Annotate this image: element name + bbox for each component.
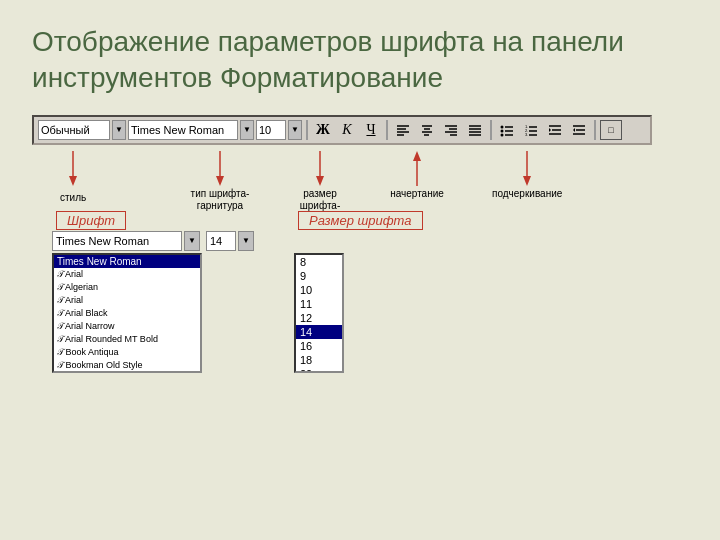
page-title: Отображение параметров шрифта на панели … (32, 24, 688, 97)
svg-marker-34 (573, 128, 575, 132)
italic-button[interactable]: К (336, 120, 358, 140)
svg-point-16 (501, 125, 504, 128)
underline-label: Ч (366, 122, 375, 138)
numbered-list-icon: 1.2.3. (524, 123, 538, 137)
font-list-item[interactable]: 𝒯 Arial (54, 294, 200, 307)
slide: Отображение параметров шрифта на панели … (0, 0, 720, 540)
size-list-item[interactable]: 8 (296, 255, 342, 269)
font-arrow-icon (210, 151, 230, 186)
formatting-toolbar: Обычный ▼ Times New Roman ▼ 10 ▼ Ж К Ч (32, 115, 652, 145)
divider-4 (594, 120, 596, 140)
size-list-item[interactable]: 14 (296, 325, 342, 339)
svg-marker-39 (216, 176, 224, 186)
style-annotation: стиль (60, 151, 86, 203)
bold-label: Ж (316, 122, 330, 138)
font-select[interactable]: Times New Roman (128, 120, 238, 140)
increase-indent-icon (572, 123, 586, 137)
svg-point-20 (501, 133, 504, 136)
style-dropdown-arrow[interactable]: ▼ (112, 120, 126, 140)
size-dialog-spacer (294, 231, 344, 253)
font-list[interactable]: Times New Roman 𝒯 Arial 𝒯 Algerian 𝒯 Ari… (52, 253, 202, 373)
size-select[interactable]: 10 (256, 120, 286, 140)
font-input-row: ▼ ▼ (52, 231, 254, 251)
font-list-item[interactable]: 𝒯 Bookman Old Style (54, 359, 200, 372)
bullet-list-icon (500, 123, 514, 137)
size-list-item[interactable]: 9 (296, 269, 342, 283)
size-list-item[interactable]: 16 (296, 339, 342, 353)
decrease-indent-button[interactable] (544, 120, 566, 140)
font-list-item[interactable]: 𝒯 Arial (54, 268, 200, 281)
svg-marker-45 (523, 176, 531, 186)
numbered-list-button[interactable]: 1.2.3. (520, 120, 542, 140)
svg-marker-30 (549, 128, 551, 132)
format-arrow-icon (407, 151, 427, 186)
style-arrow-icon (63, 151, 83, 186)
font-dropdown-arrow[interactable]: ▼ (240, 120, 254, 140)
align-justify-button[interactable] (464, 120, 486, 140)
decrease-indent-icon (548, 123, 562, 137)
align-right-icon (444, 123, 458, 137)
size-value: 10 (259, 124, 271, 136)
divider-1 (306, 120, 308, 140)
align-center-icon (420, 123, 434, 137)
size-dialog-label: Размер шрифта (298, 211, 423, 230)
size-arrow-icon (310, 151, 330, 186)
underline-label: подчеркивание (492, 188, 562, 200)
align-center-button[interactable] (416, 120, 438, 140)
svg-text:3.: 3. (525, 132, 528, 137)
font-list-item[interactable]: 𝒯 Algerian (54, 281, 200, 294)
font-list-item[interactable]: Times New Roman (54, 255, 200, 268)
font-name-dropdown[interactable]: ▼ (184, 231, 200, 251)
font-name-input[interactable] (52, 231, 182, 251)
align-left-button[interactable] (392, 120, 414, 140)
size-list-item[interactable]: 11 (296, 297, 342, 311)
font-label: тип шрифта-гарнитура (190, 188, 250, 212)
size-list-item[interactable]: 12 (296, 311, 342, 325)
svg-marker-41 (316, 176, 324, 186)
size-dialog: Размер шрифта 8 9 10 11 12 14 16 18 20 2… (294, 231, 344, 373)
size-list-item[interactable]: 18 (296, 353, 342, 367)
font-list-item[interactable]: 𝒯 Arial Black (54, 307, 200, 320)
font-list-item[interactable]: 𝒯 Book Antiqua (54, 346, 200, 359)
italic-label: К (342, 122, 351, 138)
divider-2 (386, 120, 388, 140)
dialog-area: Шрифт ▼ ▼ Times New Roman 𝒯 Arial 𝒯 Alge… (32, 231, 688, 373)
font-dialog-label: Шрифт (56, 211, 126, 230)
svg-point-18 (501, 129, 504, 132)
divider-3 (490, 120, 492, 140)
bullet-list-button[interactable] (496, 120, 518, 140)
font-dialog: Шрифт ▼ ▼ Times New Roman 𝒯 Arial 𝒯 Alge… (52, 231, 254, 373)
font-annotation: тип шрифта-гарнитура (190, 151, 250, 212)
style-label: стиль (60, 192, 86, 203)
font-size-input[interactable] (206, 231, 236, 251)
style-select[interactable]: Обычный (38, 120, 110, 140)
font-list-item[interactable]: 𝒯 Arial Narrow (54, 320, 200, 333)
font-value: Times New Roman (131, 124, 224, 136)
size-list[interactable]: 8 9 10 11 12 14 16 18 20 22 24 26 (294, 253, 344, 373)
format-annotation: начертание (387, 151, 447, 200)
format-label: начертание (387, 188, 447, 200)
underline-arrow-icon (517, 151, 537, 186)
align-left-icon (396, 123, 410, 137)
border-button[interactable]: □ (600, 120, 622, 140)
style-value: Обычный (41, 124, 90, 136)
svg-marker-37 (69, 176, 77, 186)
underline-button[interactable]: Ч (360, 120, 382, 140)
font-size-dropdown[interactable]: ▼ (238, 231, 254, 251)
underline-annotation: подчеркивание (492, 151, 562, 200)
size-list-item[interactable]: 10 (296, 283, 342, 297)
bold-button[interactable]: Ж (312, 120, 334, 140)
svg-marker-42 (413, 151, 421, 161)
font-list-item[interactable]: 𝒯 Arial Rounded MT Bold (54, 333, 200, 346)
font-list-item[interactable]: 𝒯 Braggadocio (54, 372, 200, 373)
size-list-item[interactable]: 20 (296, 367, 342, 373)
size-dropdown-arrow[interactable]: ▼ (288, 120, 302, 140)
increase-indent-button[interactable] (568, 120, 590, 140)
align-justify-icon (468, 123, 482, 137)
align-right-button[interactable] (440, 120, 462, 140)
